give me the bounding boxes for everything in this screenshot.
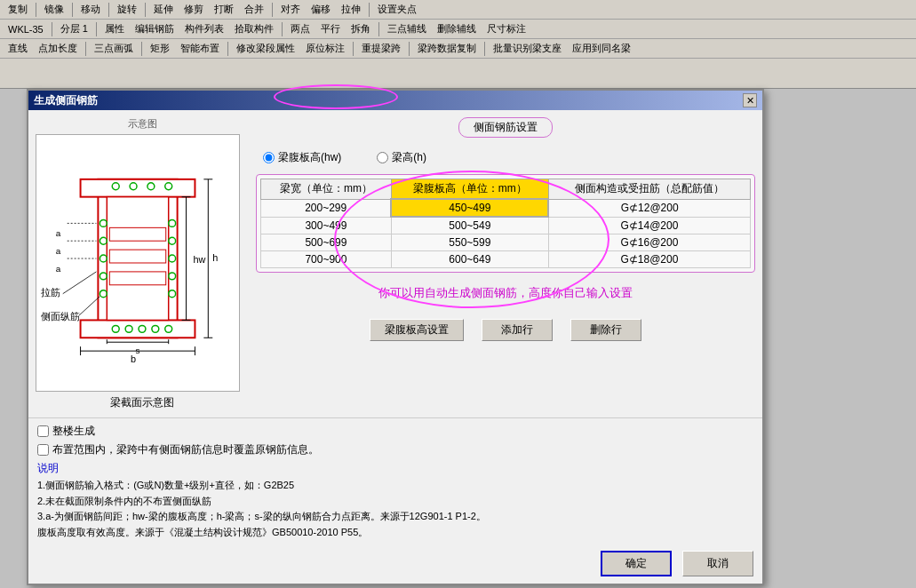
toolbar-line[interactable]: 直线 bbox=[4, 40, 32, 57]
table-cell-beam-width[interactable]: 700~900 bbox=[261, 251, 392, 268]
toolbar-prop[interactable]: 属性 bbox=[100, 20, 129, 37]
cancel-button[interactable]: 取消 bbox=[682, 551, 753, 576]
sep1 bbox=[36, 3, 36, 17]
toolbar-btn-setloc[interactable]: 设置夹点 bbox=[373, 1, 421, 18]
col-header-2: 梁腹板高（单位：mm） bbox=[391, 179, 548, 200]
close-button[interactable]: ✕ bbox=[743, 93, 757, 107]
sep8 bbox=[96, 22, 97, 36]
table-cell-beam-width[interactable]: 200~299 bbox=[261, 199, 392, 217]
col-header-3: 侧面构造或受扭筋（总配筋值） bbox=[548, 179, 750, 200]
radio-row: 梁腹板高(hw) 梁高(h) bbox=[256, 147, 755, 169]
table-row[interactable]: 200~299450~499G⊄12@200 bbox=[261, 199, 751, 217]
right-panel: 侧面钢筋设置 梁腹板高(hw) 梁高(h) 梁宽（单位：mm） bbox=[256, 117, 755, 410]
table-row[interactable]: 300~499500~549G⊄14@200 bbox=[261, 217, 751, 234]
toolbar-btn-trim[interactable]: 修剪 bbox=[179, 1, 208, 18]
toolbar-two-points[interactable]: 两点 bbox=[286, 20, 315, 37]
toolbar-btn-extend[interactable]: 延伸 bbox=[149, 1, 178, 18]
demo-hint-label: 示意图 bbox=[36, 117, 249, 131]
toolbar-btn-rotate[interactable]: 旋转 bbox=[113, 1, 141, 18]
toolbar-batch-id[interactable]: 批量识别梁支座 bbox=[489, 40, 566, 57]
note-4: 腹板高度取有效高度。来源于《混凝土结构设计规范》GB50010-2010 P55… bbox=[37, 525, 753, 541]
svg-text:侧面纵筋: 侧面纵筋 bbox=[41, 311, 80, 322]
radio-hw[interactable] bbox=[263, 152, 275, 163]
svg-text:a: a bbox=[56, 246, 61, 256]
table-cell-rebar[interactable]: G⊄16@200 bbox=[548, 234, 750, 251]
sep9 bbox=[282, 22, 283, 36]
note-3: 3.a-为侧面钢筋间距；hw-梁的腹板高度；h-梁高；s-梁的纵向钢筋合力点距离… bbox=[37, 509, 753, 525]
svg-text:拉筋: 拉筋 bbox=[41, 287, 60, 298]
toolbar-btn-merge[interactable]: 合并 bbox=[240, 1, 268, 18]
svg-text:h: h bbox=[212, 252, 218, 263]
toolbar-btn-align[interactable]: 对齐 bbox=[276, 1, 305, 18]
cover-range-checkbox[interactable] bbox=[37, 444, 49, 456]
toolbar-del-aux[interactable]: 删除辅线 bbox=[433, 20, 481, 37]
toolbar-btn-copy[interactable]: 复制 bbox=[4, 1, 32, 18]
table-cell-beam-height[interactable]: 450~499 bbox=[391, 199, 548, 217]
toolbar-edit-steel[interactable]: 编辑钢筋 bbox=[131, 20, 179, 37]
radio-hw-label[interactable]: 梁腹板高(hw) bbox=[263, 150, 341, 165]
sep2 bbox=[72, 3, 73, 17]
toolbar-three-arc[interactable]: 三点画弧 bbox=[90, 40, 138, 57]
sep14 bbox=[353, 42, 354, 56]
sep6 bbox=[369, 3, 370, 17]
svg-text:hw: hw bbox=[193, 254, 205, 265]
table-cell-rebar[interactable]: G⊄14@200 bbox=[548, 217, 750, 234]
table-cell-beam-width[interactable]: 300~499 bbox=[261, 217, 392, 234]
toolbar-add-len[interactable]: 点加长度 bbox=[34, 40, 82, 57]
setup-button[interactable]: 梁腹板高设置 bbox=[370, 319, 464, 341]
toolbar-dim[interactable]: 尺寸标注 bbox=[482, 20, 530, 37]
section-header: 侧面钢筋设置 bbox=[256, 117, 755, 138]
main-dialog: 生成侧面钢筋 ✕ 示意图 bbox=[27, 89, 764, 585]
notes-section: 说明 1.侧面钢筋输入格式：(G或N)数量+级别+直径，如：G2B25 2.未在… bbox=[37, 461, 753, 540]
radio-hw-text: 梁腹板高(hw) bbox=[278, 150, 341, 165]
delete-row-button[interactable]: 删除行 bbox=[570, 319, 641, 341]
table-cell-beam-width[interactable]: 500~699 bbox=[261, 234, 392, 251]
radio-h-label[interactable]: 梁高(h) bbox=[377, 150, 426, 165]
toolbar-fen[interactable]: 分层 1 bbox=[56, 20, 92, 37]
table-row[interactable]: 500~699550~599G⊄16@200 bbox=[261, 234, 751, 251]
toolbar-smart-arrange[interactable]: 智能布置 bbox=[176, 40, 224, 57]
toolbar-btn-mirror[interactable]: 镜像 bbox=[40, 1, 68, 18]
table-cell-beam-height[interactable]: 500~549 bbox=[391, 217, 548, 234]
toolbar-angle[interactable]: 拆角 bbox=[346, 20, 375, 37]
checkbox2-row: 布置范围内，梁跨中有侧面钢筋信息时覆盖原钢筋信息。 bbox=[37, 442, 753, 457]
toolbar-origin-mark[interactable]: 原位标注 bbox=[301, 40, 349, 57]
toolbar-parallel[interactable]: 平行 bbox=[316, 20, 345, 37]
table-cell-rebar[interactable]: G⊄12@200 bbox=[548, 199, 750, 217]
toolbar-btn-cut[interactable]: 打断 bbox=[210, 1, 238, 18]
toolbar-modify-seg[interactable]: 修改梁段属性 bbox=[232, 40, 299, 57]
toolbar-three-aux[interactable]: 三点辅线 bbox=[383, 20, 431, 37]
toolbar-apply-all[interactable]: 应用到同名梁 bbox=[568, 40, 635, 57]
note-2: 2.未在截面限制条件内的不布置侧面纵筋 bbox=[37, 494, 753, 510]
sep13 bbox=[227, 42, 228, 56]
table-row[interactable]: 700~900600~649G⊄18@200 bbox=[261, 251, 751, 268]
toolbar-btn-pull[interactable]: 拉伸 bbox=[337, 1, 365, 18]
svg-text:s: s bbox=[136, 346, 140, 355]
whole-floor-checkbox[interactable] bbox=[37, 425, 49, 437]
col-header-1: 梁宽（单位：mm） bbox=[261, 179, 392, 200]
add-row-button[interactable]: 添加行 bbox=[482, 319, 553, 341]
sep16 bbox=[484, 42, 485, 56]
table-cell-beam-height[interactable]: 550~599 bbox=[391, 234, 548, 251]
ok-button[interactable]: 确定 bbox=[601, 551, 672, 576]
toolbar-pick[interactable]: 拾取构件 bbox=[230, 20, 278, 37]
sep5 bbox=[272, 3, 273, 17]
toolbar-move-beam[interactable]: 重提梁跨 bbox=[357, 40, 405, 57]
toolbar-btn-offset[interactable]: 偏移 bbox=[307, 1, 335, 18]
dialog-titlebar: 生成侧面钢筋 ✕ bbox=[28, 91, 762, 110]
sep3 bbox=[108, 3, 109, 17]
toolbar-copy-data[interactable]: 梁跨数据复制 bbox=[413, 40, 481, 57]
table-cell-rebar[interactable]: G⊄18@200 bbox=[548, 251, 750, 268]
sep7 bbox=[52, 22, 52, 36]
toolbar-wkl[interactable]: WKL-35 bbox=[4, 22, 48, 36]
bottom-section: 整楼生成 布置范围内，梁跨中有侧面钢筋信息时覆盖原钢筋信息。 说明 1.侧面钢筋… bbox=[28, 417, 762, 545]
sep15 bbox=[409, 42, 410, 56]
toolbar-btn-move[interactable]: 移动 bbox=[76, 1, 105, 18]
table-cell-beam-height[interactable]: 600~649 bbox=[391, 251, 548, 268]
svg-rect-3 bbox=[81, 320, 195, 338]
checkbox1-row: 整楼生成 bbox=[37, 424, 753, 439]
toolbar-rect[interactable]: 矩形 bbox=[146, 40, 174, 57]
radio-h[interactable] bbox=[377, 152, 388, 163]
dialog-footer: 确定 取消 bbox=[28, 545, 762, 584]
toolbar-component[interactable]: 构件列表 bbox=[180, 20, 228, 37]
